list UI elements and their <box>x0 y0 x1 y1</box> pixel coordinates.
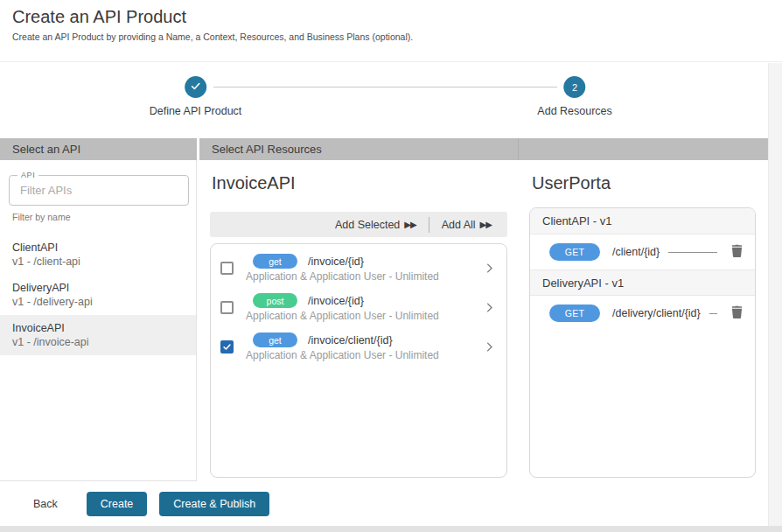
stepper-connector <box>213 87 558 88</box>
step-active-circle: 2 <box>564 76 586 98</box>
method-badge-get: get <box>253 254 297 269</box>
resource-row: get /invoice/client/{id} Application & A… <box>211 327 506 367</box>
resource-list-card: get /invoice/{id} Application & Applicat… <box>210 243 507 478</box>
chevron-right-icon[interactable] <box>483 340 496 354</box>
api-detail: v1 - /delivery-api <box>12 295 184 309</box>
rule-divider <box>668 252 717 253</box>
double-arrow-icon: ▶▶ <box>404 220 415 229</box>
chevron-right-icon[interactable] <box>483 262 496 275</box>
rule-divider <box>709 313 717 314</box>
resource-row: get /invoice/{id} Application & Applicat… <box>211 248 506 288</box>
header-divider <box>0 61 782 62</box>
product-group-header-deliveryapi: DeliveryAPI - v1 <box>530 270 755 296</box>
api-list: ClientAPI v1 - /client-api DeliveryAPI v… <box>0 234 196 355</box>
page-title: Create an API Product <box>12 5 413 28</box>
api-filter-label: API <box>17 171 38 179</box>
product-resources-card: ClientAPI - v1 GET /client/{id} Delivery… <box>529 207 756 478</box>
product-resource-row: GET /delivery/client/{id} <box>530 296 755 331</box>
back-button[interactable]: Back <box>19 492 72 516</box>
resource-path: /invoice/{id} <box>308 295 364 307</box>
resource-path: /invoice/{id} <box>308 256 364 268</box>
wizard-stepper: Define API Product 2 Add Resources <box>0 76 782 118</box>
create-and-publish-button[interactable]: Create & Publish <box>159 492 269 516</box>
selected-api-title: InvoiceAPI <box>212 173 518 193</box>
resource-description: Application & Application User - Unlimit… <box>246 270 476 283</box>
method-badge-get: GET <box>549 304 600 322</box>
api-name: ClientAPI <box>12 241 184 255</box>
create-button[interactable]: Create <box>87 492 148 516</box>
api-resources-panel: InvoiceAPI Add Selected ▶▶ Add All ▶▶ ge… <box>199 160 518 481</box>
select-api-resources-column-header: Select API Resources <box>199 138 782 160</box>
resource-row: post /invoice/{id} Application & Applica… <box>211 288 506 327</box>
api-filter-helper-text: Filter by name <box>12 212 71 222</box>
api-list-item-invoiceapi[interactable]: InvoiceAPI v1 - /invoice-api <box>0 315 196 355</box>
api-filter-input[interactable] <box>10 176 188 205</box>
api-list-item-deliveryapi[interactable]: DeliveryAPI v1 - /delivery-api <box>0 275 196 315</box>
create-api-product-page: Create an API Product Create an API Prod… <box>0 0 782 532</box>
api-detail: v1 - /invoice-api <box>12 335 184 349</box>
step-label: Define API Product <box>150 105 242 117</box>
product-title: UserPorta <box>532 173 766 193</box>
step-completed-circle <box>185 76 206 98</box>
resource-checkbox[interactable] <box>220 301 234 314</box>
vertical-scrollbar[interactable] <box>768 63 782 526</box>
resource-checkbox[interactable] <box>220 262 234 275</box>
select-api-column-header: Select an API <box>0 138 197 160</box>
resource-path: /delivery/client/{id} <box>612 307 701 319</box>
delete-resource-button[interactable] <box>730 242 744 262</box>
trash-icon <box>731 305 743 321</box>
method-badge-get: get <box>253 332 297 347</box>
api-filter-field: API <box>9 175 189 206</box>
api-name: InvoiceAPI <box>12 321 184 335</box>
chevron-right-icon[interactable] <box>483 301 496 314</box>
double-arrow-icon: ▶▶ <box>480 220 492 229</box>
api-list-item-clientapi[interactable]: ClientAPI v1 - /client-api <box>0 234 196 275</box>
method-badge-get: GET <box>549 243 600 261</box>
resource-checkbox-checked[interactable] <box>220 340 234 354</box>
resource-info: post /invoice/{id} Application & Applica… <box>246 293 476 322</box>
page-subtitle: Create an API Product by providing a Nam… <box>12 32 413 42</box>
add-all-button[interactable]: Add All ▶▶ <box>429 219 504 231</box>
horizontal-scrollbar[interactable] <box>0 526 782 532</box>
api-list-panel: API Filter by name ClientAPI v1 - /clien… <box>0 160 197 481</box>
resource-path: /invoice/client/{id} <box>308 334 393 346</box>
step-number: 2 <box>572 82 577 93</box>
resource-description: Application & Application User - Unlimit… <box>246 349 476 361</box>
page-header: Create an API Product Create an API Prod… <box>12 5 413 42</box>
resource-info: get /invoice/client/{id} Application & A… <box>246 332 476 361</box>
api-name: DeliveryAPI <box>12 281 184 295</box>
add-selected-button[interactable]: Add Selected ▶▶ <box>323 219 429 231</box>
resource-description: Application & Application User - Unlimit… <box>246 310 476 322</box>
resources-toolbar: Add Selected ▶▶ Add All ▶▶ <box>210 212 507 237</box>
check-icon <box>190 80 201 94</box>
wizard-footer: Back Create Create & Publish <box>0 481 782 526</box>
step-define-api-product: Define API Product <box>150 76 242 117</box>
product-resources-panel: UserPorta ClientAPI - v1 GET /client/{id… <box>520 160 766 481</box>
step-label: Add Resources <box>537 105 611 117</box>
resource-info: get /invoice/{id} Application & Applicat… <box>246 254 476 283</box>
check-icon <box>222 340 232 355</box>
add-all-label: Add All <box>442 219 476 231</box>
product-resource-row: GET /client/{id} <box>530 234 755 270</box>
trash-icon <box>731 244 743 260</box>
api-detail: v1 - /client-api <box>12 255 184 269</box>
resource-path: /client/{id} <box>612 246 660 258</box>
delete-resource-button[interactable] <box>730 304 744 323</box>
add-selected-label: Add Selected <box>335 219 400 231</box>
product-group-header-clientapi: ClientAPI - v1 <box>530 208 755 234</box>
method-badge-post: post <box>253 293 297 308</box>
step-add-resources: 2 Add Resources <box>537 76 611 117</box>
